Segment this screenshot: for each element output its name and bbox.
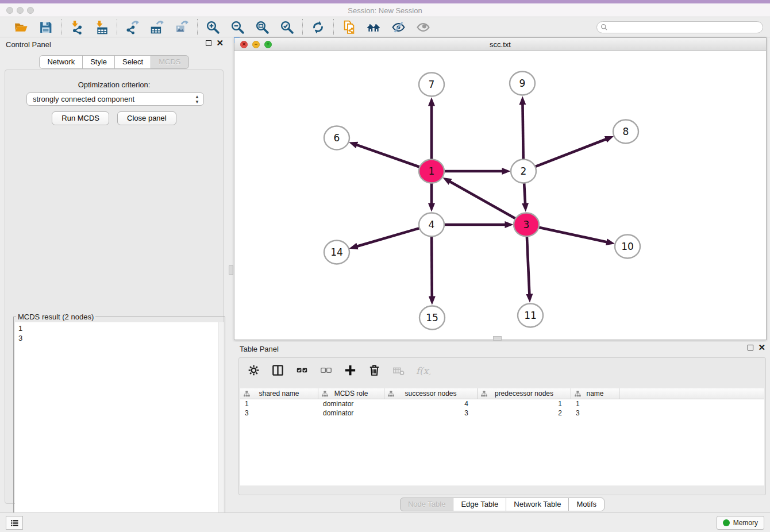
export-image-icon[interactable] xyxy=(174,20,190,35)
graph-node-2[interactable]: 2 xyxy=(511,160,536,183)
tab-motifs[interactable]: Motifs xyxy=(568,498,605,511)
table-cell[interactable]: 3 xyxy=(240,408,318,418)
import-network-icon[interactable] xyxy=(69,20,84,35)
mcds-result-group: MCDS result (2 nodes) 1 3 xyxy=(13,317,225,532)
column-header-predecessor-nodes[interactable]: predecessor nodes xyxy=(478,388,571,399)
close-table-panel-icon[interactable]: ✕ xyxy=(758,345,765,350)
task-history-button[interactable] xyxy=(6,516,23,530)
tab-network[interactable]: Network xyxy=(39,55,83,69)
column-header-MCDS-role[interactable]: MCDS role xyxy=(318,388,384,399)
table-cell[interactable]: dominator xyxy=(318,408,384,418)
export-table-icon[interactable] xyxy=(149,20,165,35)
graph-node-4[interactable]: 4 xyxy=(419,213,444,237)
table-row[interactable]: 1dominator411 xyxy=(240,399,764,408)
mcds-result-text[interactable]: 1 3 xyxy=(15,322,224,532)
network-window-titlebar[interactable]: ✕ − + scc.txt xyxy=(234,38,766,51)
result-scrollbar[interactable] xyxy=(218,322,224,532)
add-column-icon[interactable] xyxy=(342,363,358,378)
clone-network-icon[interactable] xyxy=(341,20,357,35)
graph-edge-3-1[interactable] xyxy=(449,182,515,219)
table-panel: Table Panel ✕ f(x) shared nameMCDS roles… xyxy=(234,342,770,508)
graph-edge-2-8[interactable] xyxy=(535,139,607,167)
tab-network-table[interactable]: Network Table xyxy=(506,498,569,511)
graph-node-1[interactable]: 1 xyxy=(419,160,444,183)
graph-node-9[interactable]: 9 xyxy=(510,72,535,95)
table-settings-icon[interactable] xyxy=(246,363,261,378)
graph-node-6[interactable]: 6 xyxy=(324,126,349,150)
tab-edge-table[interactable]: Edge Table xyxy=(453,498,506,511)
zoom-out-icon[interactable] xyxy=(230,20,245,35)
table-cell[interactable]: 1 xyxy=(478,399,571,408)
titlebar: Session: New Session xyxy=(0,3,770,17)
delete-column-icon[interactable] xyxy=(367,363,382,378)
column-header-shared-name[interactable]: shared name xyxy=(240,388,318,399)
graph-edge-4-15[interactable] xyxy=(432,237,432,297)
table-cell[interactable]: 1 xyxy=(571,399,619,408)
table-body: 1dominator4113dominator323 xyxy=(240,399,764,418)
close-panel-icon[interactable]: ✕ xyxy=(216,40,224,46)
graph-edge-1-6[interactable] xyxy=(356,145,420,167)
close-panel-button[interactable]: Close panel xyxy=(117,111,176,125)
export-network-icon[interactable] xyxy=(125,20,140,35)
network-canvas[interactable]: 1234678910111415 xyxy=(234,51,766,340)
node-table: shared nameMCDS rolesuccessor nodesprede… xyxy=(240,388,764,485)
float-table-panel-icon[interactable] xyxy=(748,345,753,350)
graph-edge-2-3[interactable] xyxy=(524,183,525,204)
mcds-result-title: MCDS result (2 nodes) xyxy=(16,313,95,321)
network-window-title: scc.txt xyxy=(234,40,766,49)
graph-node-7[interactable]: 7 xyxy=(419,73,444,97)
refresh-layout-icon[interactable] xyxy=(310,20,326,35)
graph-node-15[interactable]: 15 xyxy=(419,306,445,330)
graph-edge-3-11[interactable] xyxy=(527,237,529,295)
home-networks-icon[interactable] xyxy=(366,20,382,35)
svg-text:f(x): f(x) xyxy=(416,365,430,376)
graph-node-10[interactable]: 10 xyxy=(615,235,640,259)
tab-style[interactable]: Style xyxy=(82,55,115,69)
svg-text:1: 1 xyxy=(429,165,435,177)
graph-node-14[interactable]: 14 xyxy=(324,241,349,264)
run-mcds-button[interactable]: Run MCDS xyxy=(52,111,109,125)
delete-table-icon xyxy=(391,363,406,378)
table-container: f(x) shared nameMCDS rolesuccessor nodes… xyxy=(238,357,766,495)
tab-select[interactable]: Select xyxy=(114,55,151,69)
graph-edge-4-14[interactable] xyxy=(357,228,420,246)
table-cell[interactable]: dominator xyxy=(318,399,384,408)
column-header-name[interactable]: name xyxy=(571,388,619,399)
zoom-fit-icon[interactable] xyxy=(255,20,270,35)
open-session-icon[interactable] xyxy=(13,20,29,35)
deselect-all-rows-icon[interactable] xyxy=(318,363,334,378)
svg-text:6: 6 xyxy=(334,132,340,144)
column-type-icon xyxy=(388,391,394,399)
import-table-icon[interactable] xyxy=(94,20,109,35)
table-cell[interactable]: 3 xyxy=(571,408,619,418)
table-row[interactable]: 3dominator323 xyxy=(240,408,764,418)
hide-eye-icon[interactable] xyxy=(391,20,406,35)
graph-node-8[interactable]: 8 xyxy=(613,120,638,144)
table-cell[interactable]: 1 xyxy=(240,399,318,408)
graph-edge-2-9[interactable] xyxy=(522,104,523,159)
criterion-select[interactable]: strongly connected component ▲▼ xyxy=(26,92,204,106)
column-type-icon xyxy=(322,391,328,399)
toggle-columns-icon[interactable] xyxy=(270,363,286,378)
tab-mcds[interactable]: MCDS xyxy=(151,55,188,69)
zoom-selected-icon[interactable] xyxy=(279,20,295,35)
select-all-rows-icon[interactable] xyxy=(294,363,310,378)
table-cell[interactable]: 3 xyxy=(384,408,478,418)
graph-edge-3-10[interactable] xyxy=(538,227,607,242)
show-eye-icon[interactable] xyxy=(415,20,431,35)
memory-button[interactable]: Memory xyxy=(717,516,764,530)
table-tabs: Node TableEdge TableNetwork TableMotifs xyxy=(239,498,765,511)
column-header-successor-nodes[interactable]: successor nodes xyxy=(384,388,478,399)
graph-node-3[interactable]: 3 xyxy=(514,213,539,237)
vertical-splitter-handle[interactable] xyxy=(229,265,233,275)
graph-node-11[interactable]: 11 xyxy=(518,304,543,327)
float-panel-icon[interactable] xyxy=(206,40,211,46)
zoom-in-icon[interactable] xyxy=(205,20,221,35)
table-cell[interactable]: 4 xyxy=(384,399,478,408)
table-cell[interactable]: 2 xyxy=(478,408,571,418)
tab-node-table[interactable]: Node Table xyxy=(400,498,454,511)
horizontal-splitter-handle[interactable] xyxy=(493,336,502,341)
status-bar: Memory xyxy=(0,512,770,532)
save-session-icon[interactable] xyxy=(38,20,53,35)
search-input[interactable] xyxy=(596,21,763,33)
